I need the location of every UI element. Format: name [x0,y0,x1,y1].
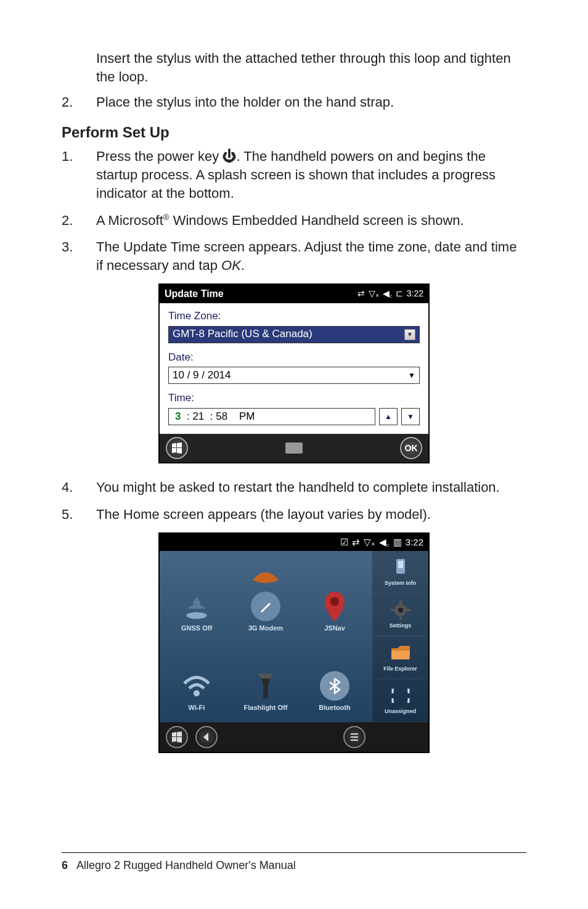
time-hour: 3 [175,410,181,424]
tile-label: Bluetooth [319,703,350,712]
setup-item-3: 3. The Update Time screen appears. Adjus… [62,238,526,274]
bluetooth-icon [320,671,349,701]
bottom-bar: OK [160,434,428,462]
date-value: 10 / 9 / 2014 [173,369,231,383]
power-icon: ⏻ [223,147,236,166]
text-part: Press the power key [96,149,223,164]
page-content: Insert the stylus with the attached teth… [62,49,526,753]
colon: : [204,410,216,424]
back-button[interactable] [195,726,218,748]
list-text: Press the power key ⏻. The handheld powe… [96,147,526,202]
list-number: 2. [62,93,96,112]
tile-label: Wi-Fi [189,703,205,712]
tile-gnss[interactable]: GNSS Off [162,558,231,638]
list-text: You might be asked to restart the handhe… [96,478,526,497]
registered-mark: ® [163,212,169,221]
windows-flag-icon [171,731,183,743]
start-button[interactable] [166,437,188,459]
svg-rect-14 [351,736,358,738]
svg-point-4 [194,690,200,696]
list-text: The Update Time screen appears. Adjust t… [96,238,526,274]
time-down-button[interactable]: ▼ [401,408,420,425]
list-number: 3. [62,238,96,274]
time-label: Time: [168,391,420,406]
volume-icon: ◀꜀ [379,536,390,548]
signal-icon: ▽ₓ [364,536,375,548]
connectivity-icon: ⇄ [352,536,360,548]
connectivity-icon: ⇄ [357,288,365,300]
text-part: The Update Time screen appears. Adjust t… [96,239,517,273]
tile-3g-modem[interactable]: 3G Modem [231,558,300,638]
wifi-icon [182,671,211,701]
dropdown-arrow-icon[interactable]: ▼ [408,370,415,380]
time-minute: 21 [192,410,204,424]
time-field[interactable]: 3 : 21 : 58 PM [168,408,375,425]
windows-flag-icon [171,442,183,454]
time-up-button[interactable]: ▲ [379,408,398,425]
folder-icon [390,643,411,664]
window-title: Update Time [165,287,224,301]
text-part: A Microsoft [96,213,163,228]
page-footer: 6Allegro 2 Rugged Handheld Owner's Manua… [62,852,526,872]
date-field[interactable]: 10 / 9 / 2014 ▼ [168,367,420,384]
sidebar-system-info[interactable]: System Info [372,551,428,594]
time-ampm: PM [239,410,255,424]
signal-icon: ▽ₓ [369,288,379,300]
battery-icon: ⊏ [396,288,403,300]
svg-rect-13 [351,733,358,735]
sidebar-file-explorer[interactable]: File Explorer [372,637,428,680]
svg-rect-11 [391,609,394,611]
timezone-value: GMT-8 Pacific (US & Canada) [173,327,312,341]
setup-item-4: 4. You might be asked to restart the han… [62,478,526,497]
sidebar-unassigned[interactable]: Unassigned [372,679,428,722]
screenshot-update-time: Update Time ⇄ ▽ₓ ◀꜀ ⊏ 3:22 Time Zone: GM… [158,283,430,464]
tile-label: 3G Modem [248,624,283,633]
list-text: Place the stylus into the holder on the … [96,93,526,112]
list-text: A Microsoft® Windows Embedded Handheld s… [96,211,526,230]
bottom-bar [160,722,428,752]
tile-jsnav[interactable]: JSNav [300,558,369,638]
heading-perform-setup: Perform Set Up [62,123,526,142]
svg-point-0 [186,612,206,619]
svg-point-8 [398,608,403,613]
svg-point-3 [330,597,339,606]
status-bar: ☑ ⇄ ▽ₓ ◀꜀ ▥ 3:22 [160,534,428,551]
sidebar-settings[interactable]: Settings [372,593,428,637]
keyboard-icon[interactable] [285,442,303,454]
tile-wifi[interactable]: Wi-Fi [162,638,231,717]
dialog-body: Time Zone: GMT-8 Pacific (US & Canada) ▼… [160,303,428,434]
setup-item-1: 1. Press the power key ⏻. The handheld p… [62,147,526,202]
tile-label: Flashlight Off [244,703,288,712]
ok-button[interactable]: OK [400,437,422,459]
clock-text: 3:22 [407,288,423,300]
ok-italic: OK [221,258,241,273]
svg-rect-6 [398,561,403,568]
tile-flashlight[interactable]: Flashlight Off [231,638,300,717]
clock-text: 3:22 [406,536,423,548]
setup-item-2: 2. A Microsoft® Windows Embedded Handhel… [62,211,526,230]
brackets-icon [390,685,411,706]
volume-icon: ◀꜀ [383,288,392,300]
continued-paragraph: Insert the stylus with the attached teth… [96,49,526,86]
start-button[interactable] [166,726,188,748]
list-number: 4. [62,478,96,497]
svg-rect-12 [407,609,410,611]
sidebar-label: File Explorer [383,665,417,672]
spacer [227,410,239,424]
tile-bluetooth[interactable]: Bluetooth [300,638,369,717]
sidebar-label: System Info [385,579,416,587]
timezone-label: Time Zone: [168,309,420,324]
footer-title: Allegro 2 Rugged Handheld Owner's Manual [76,859,296,871]
home-body: GNSS Off 3G Modem JSNav [160,551,428,722]
svg-rect-15 [351,740,358,741]
home-sidebar: System Info Settings File Explorer [372,551,428,722]
dropdown-arrow-icon[interactable]: ▼ [404,329,415,340]
menu-button[interactable] [343,726,365,748]
status-icons: ⇄ ▽ₓ ◀꜀ ⊏ 3:22 [357,288,423,300]
timezone-dropdown[interactable]: GMT-8 Pacific (US & Canada) ▼ [168,326,420,343]
list-icon [349,732,360,743]
stylus-icon [251,592,280,621]
list-number: 1. [62,147,96,202]
tile-label: GNSS Off [181,624,212,633]
titlebar: Update Time ⇄ ▽ₓ ◀꜀ ⊏ 3:22 [160,285,428,303]
